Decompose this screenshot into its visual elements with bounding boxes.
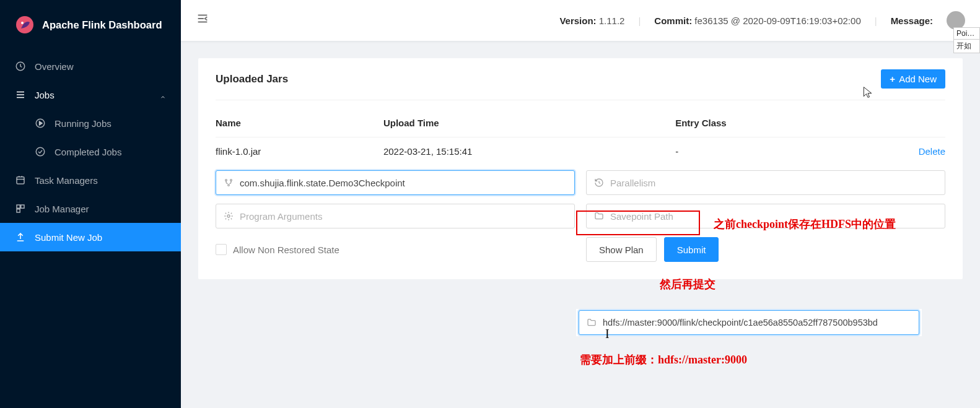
menu-jobs[interactable]: Jobs [0, 80, 181, 109]
example-savepoint-input-row [576, 309, 922, 336]
svg-point-10 [230, 180, 232, 181]
menu-label: Jobs [35, 90, 55, 100]
col-name: Name [216, 118, 383, 137]
svg-rect-6 [17, 205, 20, 208]
table-row[interactable]: flink-1.0.jar 2022-03-21, 15:15:41 - Del… [216, 137, 945, 166]
svg-point-1 [21, 22, 24, 24]
svg-rect-8 [17, 209, 20, 212]
jars-table: Name Upload Time Entry Class flink-1.0.j… [216, 118, 945, 165]
calendar-icon [15, 175, 26, 186]
card-title: Uploaded Jars [216, 73, 288, 85]
svg-rect-7 [21, 205, 24, 208]
parallelism-input-wrap[interactable] [586, 170, 945, 195]
logo-row: Apache Flink Dashboard [0, 0, 181, 52]
menu-label: Running Jobs [55, 118, 112, 129]
delete-link[interactable]: Delete [919, 146, 945, 157]
menu-label: Submit New Job [35, 232, 102, 243]
brand-title: Apache Flink Dashboard [42, 19, 162, 31]
message-info: Message: [891, 15, 933, 26]
header: Version: 1.11.2 | Commit: fe36135 @ 2020… [181, 0, 980, 41]
separator: | [875, 15, 877, 26]
text-cursor-icon: I [605, 327, 610, 341]
menu-label: Job Manager [35, 204, 89, 214]
cell-upload-time: 2022-03-21, 15:15:41 [383, 137, 675, 166]
upload-icon [15, 232, 26, 243]
action-buttons: Show Plan Submit [586, 237, 945, 262]
submenu-jobs: Running Jobs Completed Jobs [0, 109, 181, 166]
menu-running-jobs[interactable]: Running Jobs [0, 109, 181, 137]
main-menu: Overview Jobs Running Jobs Completed Job… [0, 52, 181, 251]
cell-name: flink-1.0.jar [216, 137, 383, 166]
separator: | [638, 15, 641, 26]
menu-label: Task Managers [35, 175, 98, 186]
bars-icon [15, 89, 26, 100]
svg-point-4 [36, 147, 45, 156]
program-args-input-wrap[interactable] [216, 204, 575, 228]
menu-job-manager[interactable]: Job Manager [0, 194, 181, 223]
header-meta: Version: 1.11.2 | Commit: fe36135 @ 2020… [559, 11, 965, 30]
menu-task-managers[interactable]: Task Managers [0, 166, 181, 194]
entry-class-input-wrap[interactable] [216, 170, 575, 195]
svg-point-12 [227, 215, 230, 217]
svg-point-9 [225, 180, 227, 181]
version-info: Version: 1.11.2 [559, 15, 624, 26]
example-savepoint-input[interactable] [603, 318, 911, 328]
build-icon [15, 203, 26, 214]
branches-icon [224, 178, 234, 188]
cell-entry-class: - [675, 137, 858, 166]
history-icon [594, 178, 604, 188]
tooltip-line: Poi… [954, 28, 979, 40]
show-plan-button[interactable]: Show Plan [586, 237, 657, 262]
menu-submit-new-job[interactable]: Submit New Job [0, 223, 181, 251]
folder-icon [587, 318, 597, 328]
flink-logo-icon [15, 15, 35, 35]
col-upload-time: Upload Time [383, 118, 675, 137]
commit-info: Commit: fe36135 @ 2020-09-09T16:19:03+02… [654, 15, 860, 26]
annotation-submit-text: 然后再提交 [660, 277, 715, 292]
checkbox-icon [216, 244, 227, 255]
svg-point-11 [228, 184, 230, 186]
checkbox-label: Allow Non Restored State [233, 245, 339, 255]
check-circle-icon [35, 146, 46, 157]
clock-icon [15, 61, 26, 72]
play-circle-icon [35, 118, 46, 129]
cursor-icon [862, 86, 874, 101]
sidebar: Apache Flink Dashboard Overview Jobs Run… [0, 0, 181, 408]
col-entry-class: Entry Class [675, 118, 858, 137]
svg-rect-5 [17, 177, 24, 184]
card-header: Uploaded Jars + Add New [216, 69, 945, 100]
uploaded-jars-card: Uploaded Jars + Add New Name Upload Time… [198, 58, 963, 279]
program-args-input[interactable] [240, 211, 567, 222]
submit-button[interactable]: Submit [664, 237, 719, 262]
plus-icon: + [890, 74, 895, 84]
gear-icon [224, 211, 234, 221]
folder-icon [594, 211, 604, 221]
example-savepoint-input-wrap[interactable] [579, 310, 919, 335]
add-new-label: Add New [899, 74, 937, 84]
menu-label: Completed Jobs [55, 147, 121, 157]
allow-non-restored-checkbox[interactable]: Allow Non Restored State [216, 244, 575, 255]
entry-class-input[interactable] [240, 178, 567, 188]
menu-overview[interactable]: Overview [0, 52, 181, 80]
menu-fold-icon[interactable] [196, 12, 209, 29]
menu-label: Overview [35, 61, 74, 72]
actions-row: Allow Non Restored State Show Plan Submi… [216, 237, 945, 262]
chevron-up-icon [160, 92, 166, 98]
annotation-prefix-text: 需要加上前缀：hdfs://master:9000 [580, 352, 747, 367]
menu-completed-jobs[interactable]: Completed Jobs [0, 137, 181, 166]
parallelism-input[interactable] [610, 178, 937, 188]
add-new-button[interactable]: + Add New [881, 69, 945, 89]
annotation-savepoint-text: 之前checkpoint保存在HDFS中的位置 [714, 217, 896, 232]
